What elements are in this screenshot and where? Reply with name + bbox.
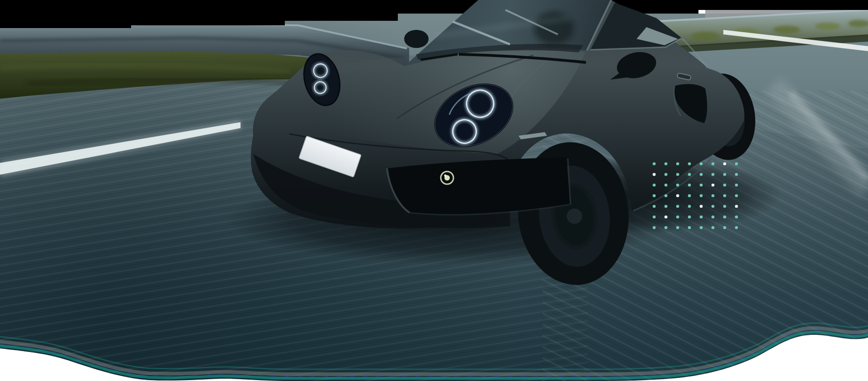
grid-dot — [735, 194, 738, 197]
grid-dot — [735, 173, 738, 176]
grid-dot — [665, 162, 668, 166]
grid-dot — [688, 215, 691, 219]
grid-dot — [676, 173, 679, 176]
grid-dot — [665, 205, 668, 208]
grid-dot — [665, 173, 668, 176]
grid-dot — [712, 184, 715, 187]
grid-dot — [700, 215, 703, 219]
grid-dot — [688, 162, 691, 166]
grid-dot — [712, 205, 715, 208]
grid-dot — [676, 194, 679, 197]
grid-dot — [735, 162, 738, 166]
grid-dot — [723, 194, 726, 197]
grid-dot — [688, 194, 691, 197]
grid-dot — [700, 226, 703, 229]
grid-dot — [653, 205, 656, 208]
fog-light — [441, 171, 453, 184]
grid-dot — [676, 205, 679, 208]
grid-dot — [653, 226, 656, 229]
grid-dot — [665, 215, 668, 219]
grid-dot — [700, 173, 703, 176]
grid-dot — [676, 226, 679, 229]
grid-dot — [700, 194, 703, 197]
grid-dot — [712, 194, 715, 197]
grid-dot — [676, 162, 679, 166]
grid-dot — [665, 226, 668, 229]
grid-dot — [665, 194, 668, 197]
highway-car-scene — [0, 0, 868, 381]
grid-dot — [688, 173, 691, 176]
grid-dot — [653, 162, 656, 166]
grid-dot — [700, 162, 703, 166]
grid-dot — [723, 184, 726, 187]
grid-dot — [712, 173, 715, 176]
grid-dot — [688, 226, 691, 229]
grid-dot — [688, 205, 691, 208]
grid-dot — [735, 184, 738, 187]
grid-dot — [735, 226, 738, 229]
grid-dot — [700, 184, 703, 187]
grid-dot — [712, 162, 715, 166]
front-intake — [387, 157, 571, 214]
grid-dot — [653, 194, 656, 197]
grid-dot — [700, 205, 703, 208]
grid-dot — [723, 215, 726, 219]
grid-dot — [723, 173, 726, 176]
grid-dot — [712, 215, 715, 219]
grid-dot — [653, 173, 656, 176]
grid-dot — [723, 205, 726, 208]
hero-image — [0, 0, 868, 381]
grid-dot — [712, 226, 715, 229]
grid-dot — [653, 184, 656, 187]
grid-dot — [676, 215, 679, 219]
grid-dot — [653, 215, 656, 219]
grid-dot — [665, 184, 668, 187]
grid-dot — [723, 226, 726, 229]
grid-dot — [688, 184, 691, 187]
grid-dot — [735, 205, 738, 208]
grid-dot — [735, 215, 738, 219]
grid-dot — [723, 162, 726, 166]
side-mirror-left — [404, 30, 429, 48]
grid-dot — [676, 184, 679, 187]
